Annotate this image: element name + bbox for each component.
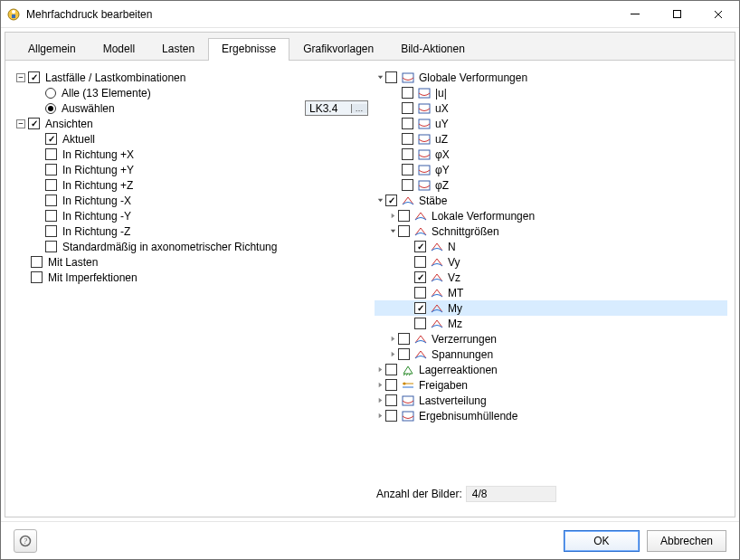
- chevron-right-icon[interactable]: [387, 350, 398, 358]
- node-rz[interactable]: In Richtung +Z: [13, 177, 370, 193]
- node-axon[interactable]: Standardmäßig in axonometrischer Richtun…: [13, 239, 370, 254]
- checkbox[interactable]: [45, 148, 57, 160]
- node-mz[interactable]: Mz: [375, 316, 727, 331]
- node-globale-verformungen[interactable]: Globale Verformungen: [375, 70, 727, 85]
- node-u[interactable]: |u|: [375, 85, 727, 100]
- node-freigaben[interactable]: Freigaben: [375, 377, 727, 393]
- checkbox[interactable]: [414, 302, 426, 314]
- node-rx[interactable]: In Richtung +X: [13, 147, 370, 162]
- node-rnz[interactable]: In Richtung -Z: [13, 223, 370, 239]
- node-ergebnisumhuellende[interactable]: Ergebnisumhüllende: [375, 408, 727, 423]
- checkbox[interactable]: [45, 195, 57, 206]
- tab-lasten[interactable]: Lasten: [148, 38, 208, 61]
- node-mt[interactable]: MT: [375, 285, 727, 300]
- node-aktuell[interactable]: Aktuell: [13, 131, 370, 147]
- combo-ellipsis-button[interactable]: …: [351, 104, 367, 113]
- chevron-right-icon[interactable]: [387, 335, 398, 343]
- node-lokale[interactable]: Lokale Verformungen: [375, 208, 727, 223]
- checkbox[interactable]: [45, 241, 57, 252]
- node-vy[interactable]: Vy: [375, 254, 727, 270]
- checkbox[interactable]: [398, 333, 410, 345]
- node-rnx[interactable]: In Richtung -X: [13, 193, 370, 208]
- checkbox[interactable]: [28, 118, 40, 129]
- chevron-down-icon[interactable]: [387, 227, 398, 235]
- chevron-down-icon[interactable]: [375, 73, 385, 81]
- tab-grafikvorlagen[interactable]: Grafikvorlagen: [289, 38, 387, 61]
- node-lastfaelle[interactable]: − Lastfälle / Lastkombinationen: [13, 70, 370, 85]
- node-n[interactable]: N: [375, 239, 727, 254]
- node-vz[interactable]: Vz: [375, 270, 727, 285]
- chevron-right-icon[interactable]: [375, 381, 385, 389]
- chevron-right-icon[interactable]: [387, 212, 398, 220]
- node-ux[interactable]: uX: [375, 100, 727, 116]
- ok-button[interactable]: OK: [564, 530, 640, 552]
- node-verzerrungen[interactable]: Verzerrungen: [375, 331, 727, 346]
- node-mit-imperf[interactable]: Mit Imperfektionen: [13, 270, 370, 285]
- combo-lk[interactable]: LK3.4 …: [305, 100, 368, 116]
- checkbox[interactable]: [414, 318, 426, 329]
- checkbox[interactable]: [398, 348, 410, 360]
- node-phiy[interactable]: φY: [375, 162, 727, 177]
- checkbox[interactable]: [385, 195, 397, 206]
- chevron-down-icon[interactable]: [375, 196, 385, 204]
- checkbox[interactable]: [385, 410, 397, 422]
- collapse-icon[interactable]: −: [16, 119, 25, 128]
- checkbox[interactable]: [385, 379, 397, 391]
- checkbox[interactable]: [402, 164, 413, 176]
- collapse-icon[interactable]: −: [16, 73, 25, 82]
- chevron-right-icon[interactable]: [375, 396, 385, 404]
- close-button[interactable]: [697, 1, 739, 27]
- node-uy[interactable]: uY: [375, 116, 727, 131]
- checkbox[interactable]: [385, 364, 397, 375]
- node-staebe[interactable]: Stäbe: [375, 193, 727, 208]
- checkbox[interactable]: [45, 210, 57, 222]
- checkbox[interactable]: [28, 71, 40, 83]
- checkbox[interactable]: [402, 87, 413, 99]
- node-uz[interactable]: uZ: [375, 131, 727, 147]
- node-phix[interactable]: φX: [375, 147, 727, 162]
- checkbox[interactable]: [45, 133, 57, 145]
- node-mit-lasten[interactable]: Mit Lasten: [13, 254, 370, 270]
- node-lastverteilung[interactable]: Lastverteilung: [375, 393, 727, 408]
- checkbox[interactable]: [385, 394, 397, 406]
- checkbox[interactable]: [45, 225, 57, 237]
- node-lagerreaktionen[interactable]: Lagerreaktionen: [375, 362, 727, 377]
- checkbox[interactable]: [402, 133, 413, 145]
- node-my[interactable]: My: [375, 300, 727, 316]
- tab-bild-aktionen[interactable]: Bild-Aktionen: [387, 38, 479, 61]
- node-ry[interactable]: In Richtung +Y: [13, 162, 370, 177]
- tab-modell[interactable]: Modell: [90, 38, 148, 61]
- checkbox[interactable]: [385, 71, 397, 83]
- checkbox[interactable]: [414, 287, 426, 299]
- cancel-button[interactable]: Abbrechen: [647, 530, 726, 552]
- checkbox[interactable]: [414, 256, 426, 268]
- checkbox[interactable]: [414, 271, 426, 283]
- checkbox[interactable]: [402, 102, 413, 114]
- radio[interactable]: [45, 103, 56, 114]
- checkbox[interactable]: [31, 256, 43, 268]
- tab-ergebnisse[interactable]: Ergebnisse: [208, 38, 289, 61]
- node-spannungen[interactable]: Spannungen: [375, 346, 727, 362]
- node-schnittgroessen[interactable]: Schnittgrößen: [375, 223, 727, 239]
- maximize-button[interactable]: [656, 1, 697, 27]
- node-rny[interactable]: In Richtung -Y: [13, 208, 370, 223]
- checkbox[interactable]: [398, 225, 410, 237]
- chevron-right-icon[interactable]: [375, 365, 385, 374]
- radio[interactable]: [45, 88, 56, 99]
- node-alle[interactable]: Alle (13 Elemente): [13, 85, 370, 100]
- checkbox[interactable]: [398, 210, 410, 222]
- checkbox[interactable]: [31, 271, 43, 283]
- node-auswaehlen[interactable]: Auswählen LK3.4 …: [13, 100, 370, 116]
- tab-allgemein[interactable]: Allgemein: [14, 38, 90, 61]
- checkbox[interactable]: [402, 179, 413, 191]
- checkbox[interactable]: [45, 179, 57, 191]
- checkbox[interactable]: [414, 241, 426, 252]
- checkbox[interactable]: [402, 148, 413, 160]
- checkbox[interactable]: [402, 118, 413, 129]
- node-phiz[interactable]: φZ: [375, 177, 727, 193]
- minimize-button[interactable]: [614, 1, 656, 27]
- node-ansichten[interactable]: − Ansichten: [13, 116, 370, 131]
- chevron-right-icon[interactable]: [375, 412, 385, 420]
- checkbox[interactable]: [45, 164, 57, 176]
- help-button[interactable]: ?: [14, 529, 37, 553]
